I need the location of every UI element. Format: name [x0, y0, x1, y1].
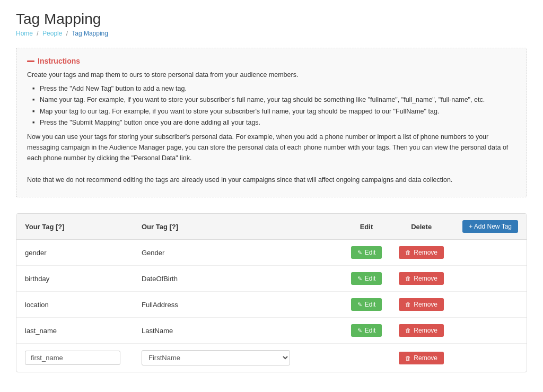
new-our-tag-select[interactable]: FirstNameLastNameFullNameDateOfBirthGend…: [142, 350, 290, 365]
table-row: last_name LastName ✎ Edit 🗑 Remove: [16, 318, 527, 344]
instructions-title: Instructions: [27, 57, 516, 65]
delete-cell: 🗑 Remove: [390, 266, 452, 292]
submit-row: Submit Mapping: [16, 388, 527, 392]
our-tag-cell: LastName: [133, 318, 343, 344]
instructions-bullet-1: Press the "Add New Tag" button to add a …: [32, 83, 516, 94]
breadcrumb: Home / People / Tag Mapping: [16, 30, 527, 37]
header-our-tag: Our Tag [?]: [133, 214, 343, 240]
minus-icon: [27, 60, 34, 62]
your-tag-cell: birthday: [16, 266, 133, 292]
delete-cell: 🗑 Remove: [390, 292, 452, 318]
edit-button[interactable]: ✎ Edit: [351, 272, 382, 285]
edit-button[interactable]: ✎ Edit: [351, 298, 382, 311]
edit-icon: ✎: [357, 301, 362, 308]
table-row: location FullAddress ✎ Edit 🗑 Remove: [16, 292, 527, 318]
remove-button[interactable]: 🗑 Remove: [399, 298, 444, 311]
trash-icon: 🗑: [405, 249, 411, 256]
trash-icon: 🗑: [405, 327, 411, 334]
table-header-row: Your Tag [?] Our Tag [?] Edit Delete + A…: [16, 214, 527, 240]
edit-button[interactable]: ✎ Edit: [351, 324, 382, 337]
new-our-tag-cell: FirstNameLastNameFullNameDateOfBirthGend…: [133, 344, 343, 372]
edit-button[interactable]: ✎ Edit: [351, 246, 382, 259]
instructions-body2: Note that we do not recommend editing th…: [27, 175, 516, 185]
breadcrumb-people[interactable]: People: [42, 30, 62, 37]
instructions-intro: Create your tags and map them to ours to…: [27, 69, 516, 80]
new-remove-button[interactable]: 🗑 Remove: [399, 352, 444, 364]
header-your-tag: Your Tag [?]: [16, 214, 133, 240]
table-row: birthday DateOfBirth ✎ Edit 🗑 Remove: [16, 266, 527, 292]
edit-cell: ✎ Edit: [343, 318, 391, 344]
trash-icon: 🗑: [405, 275, 411, 282]
edit-icon: ✎: [357, 275, 362, 282]
page-title: Tag Mapping: [16, 11, 527, 28]
our-tag-cell: Gender: [133, 240, 343, 266]
tag-mapping-table-container: Your Tag [?] Our Tag [?] Edit Delete + A…: [16, 213, 527, 372]
new-tag-row: FirstNameLastNameFullNameDateOfBirthGend…: [16, 344, 527, 372]
table-row: gender Gender ✎ Edit 🗑 Remove: [16, 240, 527, 266]
our-tag-cell: FullAddress: [133, 292, 343, 318]
instructions-box: Instructions Create your tags and map th…: [16, 48, 527, 197]
instructions-body1: Now you can use your tags for storing yo…: [27, 132, 516, 163]
breadcrumb-home[interactable]: Home: [16, 30, 33, 37]
remove-button[interactable]: 🗑 Remove: [399, 324, 444, 337]
trash-icon: 🗑: [405, 355, 411, 361]
new-your-tag-input[interactable]: [25, 351, 120, 365]
edit-cell: ✎ Edit: [343, 292, 391, 318]
header-edit: Edit: [343, 214, 391, 240]
your-tag-cell: location: [16, 292, 133, 318]
remove-button[interactable]: 🗑 Remove: [399, 272, 444, 285]
instructions-bullet-2: Name your tag. For example, if you want …: [32, 94, 516, 106]
trash-icon: 🗑: [405, 301, 411, 308]
our-tag-cell: DateOfBirth: [133, 266, 343, 292]
your-tag-cell: gender: [16, 240, 133, 266]
instructions-list: Press the "Add New Tag" button to add a …: [27, 83, 516, 128]
your-tag-cell: last_name: [16, 318, 133, 344]
breadcrumb-current[interactable]: Tag Mapping: [72, 30, 108, 37]
edit-cell: ✎ Edit: [343, 266, 391, 292]
edit-cell: ✎ Edit: [343, 240, 391, 266]
new-your-tag-cell: [16, 344, 133, 372]
tag-mapping-table: Your Tag [?] Our Tag [?] Edit Delete + A…: [16, 214, 527, 372]
edit-icon: ✎: [357, 249, 362, 256]
instructions-bullet-4: Press the "Submit Mapping" button once y…: [32, 117, 516, 128]
remove-button[interactable]: 🗑 Remove: [399, 246, 444, 259]
edit-icon: ✎: [357, 327, 362, 334]
delete-cell: 🗑 Remove: [390, 240, 452, 266]
header-add: + Add New Tag: [452, 214, 527, 240]
new-delete-cell: 🗑 Remove: [390, 344, 452, 372]
instructions-bullet-3: Map your tag to our tag. For example, if…: [32, 106, 516, 117]
delete-cell: 🗑 Remove: [390, 318, 452, 344]
add-new-tag-button[interactable]: + Add New Tag: [462, 220, 518, 233]
header-delete: Delete: [390, 214, 452, 240]
